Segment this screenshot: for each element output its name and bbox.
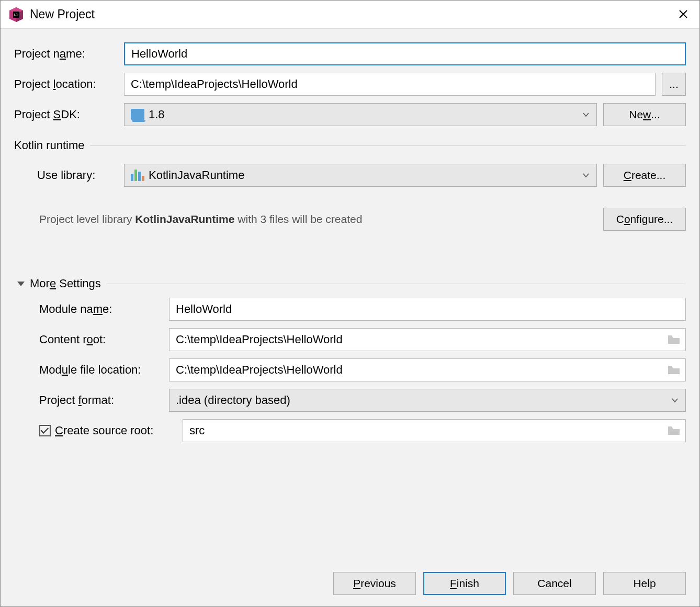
- project-name-label: Project name:: [14, 47, 118, 61]
- project-location-label: Project location:: [14, 77, 118, 91]
- sdk-icon: [131, 109, 144, 120]
- content-root-label: Content root:: [39, 333, 163, 346]
- library-icon: [131, 170, 144, 181]
- content-root-input[interactable]: [170, 329, 663, 351]
- folder-icon[interactable]: [668, 426, 680, 435]
- browse-location-button[interactable]: ...: [662, 73, 686, 96]
- divider: [106, 284, 686, 284]
- project-format-dropdown[interactable]: .idea (directory based): [169, 389, 686, 412]
- new-project-dialog: IJ New Project Project name: Project loc…: [0, 0, 700, 607]
- more-settings-disclosure[interactable]: [17, 282, 25, 286]
- cancel-button[interactable]: Cancel: [513, 572, 596, 595]
- use-library-label: Use library:: [37, 168, 118, 182]
- create-source-root-label: Create source root:: [55, 424, 153, 437]
- previous-button[interactable]: Previous: [333, 572, 416, 595]
- kotlin-runtime-header: Kotlin runtime: [14, 139, 85, 152]
- configure-library-button[interactable]: Configure...: [603, 208, 686, 231]
- module-file-location-input[interactable]: [170, 359, 663, 381]
- module-name-input[interactable]: [169, 298, 686, 321]
- titlebar: IJ New Project: [1, 1, 699, 29]
- project-format-value: .idea (directory based): [176, 394, 671, 407]
- create-source-root-checkbox-row: Create source root:: [39, 424, 176, 437]
- folder-icon[interactable]: [668, 335, 680, 344]
- project-sdk-value: 1.8: [149, 108, 582, 121]
- module-name-label: Module name:: [39, 302, 163, 316]
- finish-button[interactable]: Finish: [423, 572, 506, 595]
- chevron-down-icon: [582, 171, 590, 179]
- more-settings-header: More Settings: [30, 277, 101, 290]
- project-name-input[interactable]: [124, 42, 686, 65]
- intellij-icon: IJ: [8, 6, 25, 23]
- source-root-input[interactable]: [183, 420, 663, 442]
- project-location-input[interactable]: [124, 73, 656, 96]
- svg-text:IJ: IJ: [14, 13, 18, 17]
- project-sdk-label: Project SDK:: [14, 108, 118, 121]
- folder-icon[interactable]: [668, 365, 680, 375]
- close-button[interactable]: [674, 5, 692, 24]
- create-library-button[interactable]: Create...: [603, 164, 686, 187]
- chevron-down-icon: [582, 110, 590, 119]
- use-library-dropdown[interactable]: KotlinJavaRuntime: [124, 164, 597, 187]
- new-sdk-button[interactable]: New...: [603, 103, 686, 126]
- use-library-value: KotlinJavaRuntime: [149, 168, 582, 182]
- dialog-button-bar: Previous Finish Cancel Help: [1, 565, 699, 606]
- help-button[interactable]: Help: [603, 572, 686, 595]
- chevron-down-icon: [671, 396, 679, 404]
- create-source-root-checkbox[interactable]: [39, 425, 51, 436]
- project-sdk-dropdown[interactable]: 1.8: [124, 103, 597, 126]
- module-file-location-label: Module file location:: [39, 363, 163, 377]
- library-info-text: Project level library KotlinJavaRuntime …: [39, 213, 597, 226]
- window-title: New Project: [30, 7, 95, 21]
- divider: [90, 145, 686, 146]
- project-format-label: Project format:: [39, 394, 163, 407]
